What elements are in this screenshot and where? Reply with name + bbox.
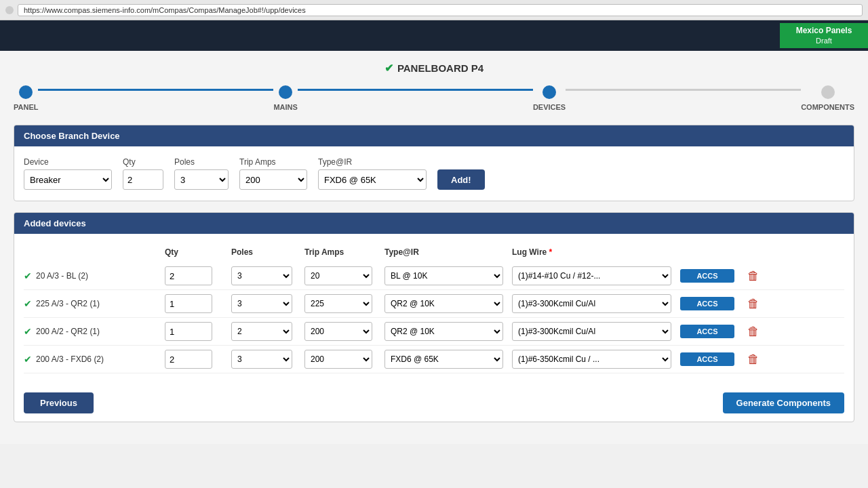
step-label-mains: MAINS <box>273 103 297 111</box>
table-row: ✔ 20 A/3 - BL (2) 3 20 BL @ 10K (1)#14-#… <box>24 262 844 290</box>
choose-device-header: Choose Branch Device <box>14 125 854 146</box>
delete-button-1[interactable]: 🗑 <box>740 269 767 283</box>
qty-input-1[interactable] <box>165 266 212 285</box>
choose-device-body: Device Breaker Qty 2 Poles 3 Trip Amps <box>14 146 854 201</box>
brand-badge: Mexico Panels Draft <box>780 23 868 49</box>
step-dot-devices <box>542 85 556 99</box>
accs-button-4[interactable]: ACCS <box>680 352 734 366</box>
qty-input[interactable]: 2 <box>123 169 163 190</box>
type-select-2[interactable]: QR2 @ 10K <box>384 294 503 313</box>
col-name <box>24 247 159 257</box>
trip-select-4[interactable]: 200 <box>304 350 372 369</box>
delete-button-3[interactable]: 🗑 <box>740 325 767 339</box>
type-select-4[interactable]: FXD6 @ 65K <box>384 350 503 369</box>
device-select[interactable]: Breaker <box>24 169 112 190</box>
poles-select-2[interactable]: 3 <box>231 294 292 313</box>
qty-input-3[interactable] <box>165 322 212 341</box>
lug-select-2[interactable]: (1)#3-300Kcmil Cu/Al <box>512 294 671 313</box>
type-group: Type@IR FXD6 @ 65K <box>318 157 427 190</box>
step-panel: PANEL <box>14 85 38 111</box>
trip-select-2[interactable]: 225 <box>304 294 372 313</box>
step-label-devices: DEVICES <box>533 103 566 111</box>
type-select-1[interactable]: BL @ 10K <box>384 266 503 285</box>
poles-select-3[interactable]: 2 <box>231 322 292 341</box>
col-qty: Qty <box>165 247 226 257</box>
check-icon-1: ✔ <box>24 270 32 281</box>
qty-group: Qty 2 <box>123 157 163 190</box>
url-bar[interactable]: https://www.compas.siemens-info.com/mCom… <box>18 4 863 16</box>
devices-table: Qty Poles Trip Amps Type@IR Lug Wire * ✔… <box>24 245 844 373</box>
devices-table-header: Qty Poles Trip Amps Type@IR Lug Wire * <box>24 245 844 262</box>
trip-select-1[interactable]: 20 <box>304 266 372 285</box>
device-name-2: ✔ 225 A/3 - QR2 (1) <box>24 298 159 309</box>
step-line-3 <box>566 89 801 91</box>
step-components: COMPONENTS <box>801 85 854 111</box>
browser-bar: https://www.compas.siemens-info.com/mCom… <box>0 0 868 20</box>
close-icon[interactable] <box>5 6 14 14</box>
type-select-3[interactable]: QR2 @ 10K <box>384 322 503 341</box>
accs-button-2[interactable]: ACCS <box>680 297 734 310</box>
trip-select-3[interactable]: 200 <box>304 322 372 341</box>
lug-select-3[interactable]: (1)#3-300Kcmil Cu/Al <box>512 322 671 341</box>
poles-select-4[interactable]: 3 <box>231 350 292 369</box>
add-group: Add! <box>437 169 485 190</box>
added-devices-header: Added devices <box>14 213 854 234</box>
col-poles: Poles <box>231 247 299 257</box>
check-icon-4: ✔ <box>24 354 32 365</box>
poles-label: Poles <box>174 157 229 167</box>
delete-button-2[interactable]: 🗑 <box>740 297 767 311</box>
accs-button-1[interactable]: ACCS <box>680 269 734 283</box>
poles-group: Poles 3 <box>174 157 229 190</box>
qty-input-4[interactable] <box>165 350 212 369</box>
type-select[interactable]: FXD6 @ 65K <box>318 169 427 190</box>
col-trip: Trip Amps <box>304 247 379 257</box>
added-devices-panel: Added devices Qty Poles Trip Amps Type@I… <box>14 212 854 422</box>
qty-input-2[interactable] <box>165 294 212 313</box>
step-devices: DEVICES <box>533 85 566 111</box>
added-devices-body: Qty Poles Trip Amps Type@IR Lug Wire * ✔… <box>14 234 854 384</box>
panel-title: ✔ PANELBOARD P4 <box>14 62 854 75</box>
trip-label: Trip Amps <box>239 157 307 167</box>
poles-select-1[interactable]: 3 <box>231 266 292 285</box>
step-line-1 <box>38 89 273 91</box>
add-button[interactable]: Add! <box>437 169 485 190</box>
check-icon-3: ✔ <box>24 326 32 337</box>
steps-container: PANEL MAINS DEVICES COMPONENTS <box>14 85 854 111</box>
step-dot-panel <box>19 85 33 99</box>
lug-select-4[interactable]: (1)#6-350Kcmil Cu / ... <box>512 350 671 369</box>
lug-select-1[interactable]: (1)#14-#10 Cu / #12-... <box>512 266 671 285</box>
device-name-3: ✔ 200 A/2 - QR2 (1) <box>24 326 159 337</box>
panel-title-text: PANELBOARD P4 <box>397 62 484 74</box>
page-content: ✔ PANELBOARD P4 PANEL MAINS DEVICES COMP… <box>0 51 868 444</box>
table-row: ✔ 225 A/3 - QR2 (1) 3 225 QR2 @ 10K (1)#… <box>24 290 844 318</box>
table-row: ✔ 200 A/3 - FXD6 (2) 3 200 FXD6 @ 65K (1… <box>24 346 844 373</box>
choose-device-form-row: Device Breaker Qty 2 Poles 3 Trip Amps <box>24 157 844 190</box>
trip-select[interactable]: 200 <box>239 169 307 190</box>
brand-name: Mexico Panels <box>788 26 860 37</box>
step-dot-mains <box>279 85 292 99</box>
type-label: Type@IR <box>318 157 427 167</box>
accs-button-3[interactable]: ACCS <box>680 325 734 338</box>
draft-status: Draft <box>788 36 860 45</box>
choose-device-panel: Choose Branch Device Device Breaker Qty … <box>14 125 854 201</box>
check-icon: ✔ <box>384 62 393 75</box>
col-del <box>740 247 767 257</box>
table-row: ✔ 200 A/2 - QR2 (1) 2 200 QR2 @ 10K (1)#… <box>24 318 844 346</box>
check-icon-2: ✔ <box>24 298 32 309</box>
step-label-components: COMPONENTS <box>801 103 854 111</box>
device-name-4: ✔ 200 A/3 - FXD6 (2) <box>24 354 159 365</box>
device-label: Device <box>24 157 112 167</box>
trip-group: Trip Amps 200 <box>239 157 307 190</box>
step-dot-components <box>821 85 835 99</box>
lug-required-star: * <box>549 247 553 257</box>
generate-components-button[interactable]: Generate Components <box>723 392 844 413</box>
col-accs <box>680 247 734 257</box>
previous-button[interactable]: Previous <box>24 392 94 413</box>
col-lug: Lug Wire * <box>512 247 675 257</box>
step-line-2 <box>298 89 533 91</box>
delete-button-4[interactable]: 🗑 <box>740 352 767 367</box>
step-mains: MAINS <box>273 85 297 111</box>
device-name-1: ✔ 20 A/3 - BL (2) <box>24 270 159 281</box>
poles-select[interactable]: 3 <box>174 169 229 190</box>
footer-row: Previous Generate Components <box>14 384 854 422</box>
